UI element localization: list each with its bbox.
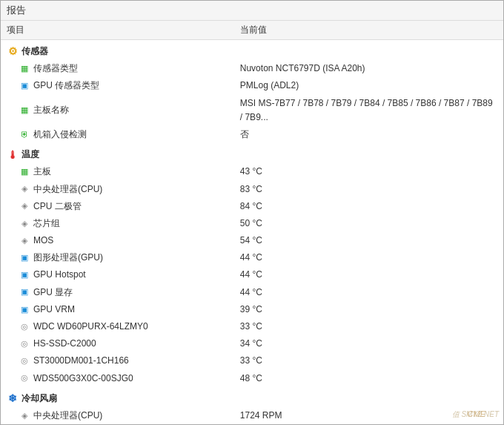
row-label: 主板 [33, 165, 51, 179]
table-row: ▣ GPU Hotspot 44 °C [1, 266, 503, 283]
row-value: 43 °C [234, 163, 503, 180]
section-label: 温度 [21, 148, 39, 162]
drive-icon: ◎ [19, 321, 30, 333]
temp-section-icon: 🌡 [7, 149, 19, 161]
table-row: ▣ 图形处理器(GPU) 44 °C [1, 249, 503, 266]
title-bar: 报告 [1, 1, 503, 21]
row-value: Nuvoton NCT6797D (ISA A20h) [234, 60, 503, 77]
shield-icon: ⛨ [19, 129, 30, 141]
table-row: ▣ GPU 显存 44 °C [1, 284, 503, 301]
row-label: 传感器类型 [33, 62, 78, 76]
table-row: ◎ WDC WD60PURX-64LZMY0 33 °C [1, 318, 503, 335]
row-label: MOS [33, 234, 53, 248]
main-window: 报告 项目 当前值 ⚙ 传感器 ▦ 传感器类型 Nuvoton NCT6797D… [0, 0, 504, 425]
table-row: ▦ 传感器类型 Nuvoton NCT6797D (ISA A20h) [1, 60, 503, 77]
drive-icon: ◎ [19, 372, 30, 384]
row-label: ST3000DM001-1CH166 [33, 354, 129, 368]
table-row: ◎ WDS500G3X0C-00SJG0 48 °C [1, 370, 503, 387]
col-header-item: 项目 [1, 21, 234, 40]
mb-icon: ▦ [19, 63, 30, 75]
row-value: 44 °C [234, 249, 503, 266]
gpu-icon: ▣ [19, 252, 30, 264]
row-value: 50 °C [234, 215, 503, 232]
table-row: ◎ ST3000DM001-1CH166 33 °C [1, 352, 503, 369]
scroll-area[interactable]: 项目 当前值 ⚙ 传感器 ▦ 传感器类型 Nuvoton NCT6797D (I… [1, 21, 503, 424]
row-value: 54 °C [234, 232, 503, 249]
cpu-icon: ◈ [19, 217, 30, 229]
row-value: 39 °C [234, 301, 503, 318]
fan-section-icon: ❄ [7, 392, 19, 404]
row-label: 中央处理器(CPU) [33, 182, 102, 197]
section-label: 传感器 [21, 45, 48, 59]
table-row: ◈ 中央处理器(CPU) 83 °C [1, 181, 503, 198]
window-title: 报告 [7, 4, 26, 17]
table-row: ⛨ 机箱入侵检测 否 [1, 126, 503, 143]
watermark: 值 SMYZ.NET [452, 409, 499, 420]
row-label: CPU 二极管 [33, 200, 82, 214]
cpu-icon: ◈ [19, 410, 30, 422]
table-row: ◈ 中央处理器(CPU) 1724 RPM [1, 407, 503, 424]
gpu-icon: ▣ [19, 303, 30, 315]
row-value: 48 °C [234, 370, 503, 387]
row-label: GPU VRM [33, 303, 75, 317]
section-header: ⚙ 传感器 [1, 40, 503, 61]
drive-icon: ◎ [19, 355, 30, 367]
row-label: 图形处理器(GPU) [33, 251, 103, 265]
gpu-icon: ▣ [19, 286, 30, 298]
row-label: GPU 显存 [33, 286, 73, 300]
row-value: 33 °C [234, 352, 503, 369]
row-value: 44 °C [234, 266, 503, 283]
gpu-icon: ▣ [19, 80, 30, 92]
drive-icon: ◎ [19, 338, 30, 350]
cpu-icon: ◈ [19, 183, 30, 195]
mb2-icon: ▦ [19, 105, 30, 116]
row-label: 中央处理器(CPU) [33, 409, 102, 423]
row-value: 84 °C [234, 198, 503, 215]
table-row: ◈ MOS 54 °C [1, 232, 503, 249]
row-value: 33 °C [234, 318, 503, 335]
row-value: 34 °C [234, 335, 503, 352]
mos-icon: ◈ [19, 235, 30, 247]
row-label: WDC WD60PURX-64LZMY0 [33, 320, 148, 334]
row-value: 83 °C [234, 181, 503, 198]
data-table: 项目 当前值 ⚙ 传感器 ▦ 传感器类型 Nuvoton NCT6797D (I… [1, 21, 503, 424]
row-label: HS-SSD-C2000 [33, 337, 96, 351]
row-label: GPU 传感器类型 [33, 79, 99, 93]
row-value: PMLog (ADL2) [234, 77, 503, 94]
section-header: ❄ 冷却风扇 [1, 387, 503, 407]
row-value: MSI MS-7B77 / 7B78 / 7B79 / 7B84 / 7B85 … [234, 95, 503, 126]
section-label: 冷却风扇 [21, 392, 57, 406]
table-row: ▦ 主板名称 MSI MS-7B77 / 7B78 / 7B79 / 7B84 … [1, 95, 503, 126]
table-row: ◈ CPU 二极管 84 °C [1, 198, 503, 215]
row-value: 44 °C [234, 284, 503, 301]
row-label: 机箱入侵检测 [33, 128, 87, 142]
table-row: ▦ 主板 43 °C [1, 163, 503, 180]
row-label: 主板名称 [33, 103, 69, 117]
row-label: WDS500G3X0C-00SJG0 [33, 372, 133, 386]
table-row: ▣ GPU 传感器类型 PMLog (ADL2) [1, 77, 503, 94]
gpu-icon: ▣ [19, 269, 30, 281]
table-row: ◎ HS-SSD-C2000 34 °C [1, 335, 503, 352]
row-label: 芯片组 [33, 217, 60, 231]
col-header-value: 当前值 [234, 21, 503, 40]
cpu-icon: ◈ [19, 200, 30, 212]
row-value: 否 [234, 126, 503, 143]
mb-icon: ▦ [19, 166, 30, 178]
table-row: ◈ 芯片组 50 °C [1, 215, 503, 232]
row-label: GPU Hotspot [33, 268, 86, 282]
section-header: 🌡 温度 [1, 143, 503, 163]
table-row: ▣ GPU VRM 39 °C [1, 301, 503, 318]
sensor-section-icon: ⚙ [7, 46, 19, 58]
